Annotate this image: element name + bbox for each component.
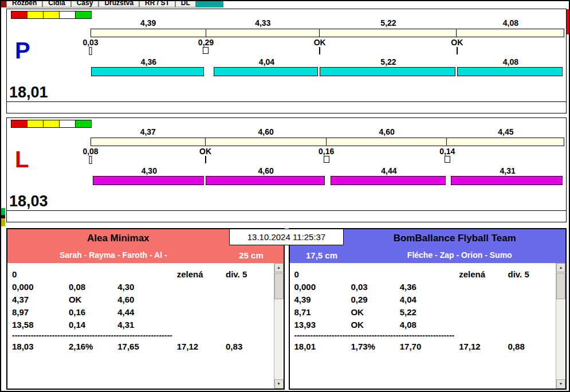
run-time: 4,44 xyxy=(331,166,447,175)
start-light xyxy=(27,120,44,128)
scroll-down-icon[interactable]: ▼ xyxy=(556,379,565,389)
split-time: 4,45 xyxy=(447,127,564,136)
table-cell: OK xyxy=(351,320,399,330)
split-row: 4,390,294,04 xyxy=(294,293,552,305)
tab-label: RR / ST xyxy=(145,1,170,7)
tab-item[interactable]: DL xyxy=(175,1,196,7)
scroll-up-icon[interactable]: ▲ xyxy=(556,263,565,272)
table-cell: 4,08 xyxy=(400,320,459,330)
table-scrollbar[interactable]: ▲ ▼ xyxy=(274,263,284,389)
tab-item[interactable]: Čidla xyxy=(42,1,70,7)
team-name: BomBallance Flyball Team xyxy=(394,233,516,244)
table-cell: 0,08 xyxy=(69,282,117,292)
split-divider-tick xyxy=(320,29,457,37)
table-cell: 18,01 xyxy=(294,342,351,351)
run-times-row: 4,364,045,224,08 xyxy=(91,57,564,66)
cross-marker-box-icon xyxy=(203,47,209,54)
table-cell: 0,88 xyxy=(508,342,552,351)
table-cell: 5,22 xyxy=(400,307,459,317)
cross-marker-box-icon xyxy=(445,156,450,163)
team-panel-left: Alea Minimax Sarah - Rayma - Faroth - Al… xyxy=(6,228,285,390)
tab-item[interactable]: RR / ST xyxy=(139,1,175,7)
tab-label: Čidla xyxy=(48,1,65,7)
run-time: 5,22 xyxy=(320,57,457,66)
table-rows: 0zelenádiv. 50,0000,084,304,37OK4,608,97… xyxy=(12,268,270,352)
status-row: 0zelenádiv. 5 xyxy=(294,268,552,280)
scroll-thumb[interactable] xyxy=(274,273,284,299)
start-light xyxy=(75,11,92,19)
split-time: 4,39 xyxy=(91,18,206,28)
lane-chart: 4,374,604,604,45 0,08OK0,160,14 4,304,60… xyxy=(91,118,564,210)
table-cell: 17,12 xyxy=(459,342,508,351)
table-cell: 17,12 xyxy=(177,342,226,351)
summary-row: 18,011,73%17,7017,120,88 xyxy=(294,340,552,352)
split-bar xyxy=(91,138,564,146)
run-bar-segment xyxy=(451,176,563,185)
tab-label: Družstva xyxy=(104,1,133,7)
start-light xyxy=(59,120,76,128)
table-scrollbar[interactable]: ▲ ▼ xyxy=(556,263,565,389)
table-cell: 0,000 xyxy=(12,282,69,292)
split-row: 0,0000,084,30 xyxy=(12,280,270,293)
split-time: 4,33 xyxy=(206,18,320,28)
cross-time: 0,08 xyxy=(82,147,98,156)
status-row: 0zelenádiv. 5 xyxy=(12,268,270,280)
run-time: 4,31 xyxy=(451,166,564,175)
table-cell: 17,70 xyxy=(400,342,459,351)
team-name: Alea Minimax xyxy=(87,233,150,244)
cross-marker-bar-icon xyxy=(89,47,92,55)
scroll-up-icon[interactable]: ▲ xyxy=(274,263,284,272)
table-cell: 0,29 xyxy=(351,295,399,304)
cross-markers-row xyxy=(91,156,564,164)
tab-item[interactable]: Časy xyxy=(71,1,99,7)
cross-time: 0,29 xyxy=(198,38,214,47)
lane-panel-p: P 4,394,335,224,08 0,030,29OKOK 4,364,04… xyxy=(6,9,567,113)
scroll-down-icon[interactable]: ▼ xyxy=(274,379,284,389)
split-divider-tick xyxy=(91,138,206,146)
start-light xyxy=(59,11,76,19)
split-divider-tick xyxy=(327,138,447,146)
table-cell: 0,83 xyxy=(226,342,269,351)
cross-time: OK xyxy=(314,38,326,47)
run-time: 4,36 xyxy=(91,57,206,66)
jump-height: 17,5 cm xyxy=(290,250,354,260)
lane-total-time: 18,01 xyxy=(9,84,48,101)
team-subheader: Sarah - Rayma - Faroth - Al - 25 cm xyxy=(7,247,284,263)
run-bar-segment xyxy=(214,67,318,76)
split-row: 8,71OK5,22 xyxy=(294,305,552,318)
scroll-thumb[interactable] xyxy=(556,273,565,299)
lane-panel-l: L 4,374,604,604,45 0,08OK0,160,14 4,304,… xyxy=(6,117,567,222)
table-cell: 4,31 xyxy=(117,320,176,330)
run-bar-segment xyxy=(206,176,325,185)
background-artifact xyxy=(1,218,5,226)
table-cell: 0,14 xyxy=(69,320,117,330)
background-artifact xyxy=(1,208,5,226)
table-cell: 4,44 xyxy=(117,307,176,317)
table-cell: 17,65 xyxy=(117,342,176,351)
team-dogs: Sarah - Rayma - Faroth - Al - xyxy=(7,250,219,260)
split-time: 4,37 xyxy=(91,127,206,136)
run-time: 4,30 xyxy=(93,166,206,175)
background-artifact xyxy=(196,1,223,7)
cross-time: 0,14 xyxy=(439,147,455,156)
team-dogs: Fléche - Zap - Orion - Sumo xyxy=(354,250,566,260)
cross-marker-box-icon xyxy=(324,156,329,163)
team-panel-right: BomBallance Flyball Team 17,5 cm Fléche … xyxy=(289,228,567,390)
tab-item[interactable]: Rozběh xyxy=(6,1,42,7)
lane-letter: P xyxy=(15,38,30,64)
timestamp: 13.10.2024 11:25:37 xyxy=(229,229,344,245)
lane-footer-strip xyxy=(7,211,566,222)
summary-row: 18,032,16%17,6517,120,83 xyxy=(12,340,270,352)
start-light xyxy=(27,11,44,19)
table-cell: 4,60 xyxy=(117,295,176,304)
split-row: 13,580,144,31 xyxy=(12,318,270,331)
flyball-timing-window: RozběhČidlaČasyDružstvaRR / STDL P 4,394… xyxy=(0,0,570,392)
tab-item[interactable]: Družstva xyxy=(99,1,139,7)
background-artifact xyxy=(1,1,6,7)
run-bar-segment xyxy=(457,67,563,76)
run-time: 4,04 xyxy=(214,57,320,66)
lane-main-l: L 4,374,604,604,45 0,08OK0,160,14 4,304,… xyxy=(7,118,566,211)
table-cell: 4,37 xyxy=(12,295,69,304)
cross-times-row: 0,08OK0,160,14 xyxy=(91,147,564,155)
split-times-row: 4,394,335,224,08 xyxy=(91,18,564,28)
